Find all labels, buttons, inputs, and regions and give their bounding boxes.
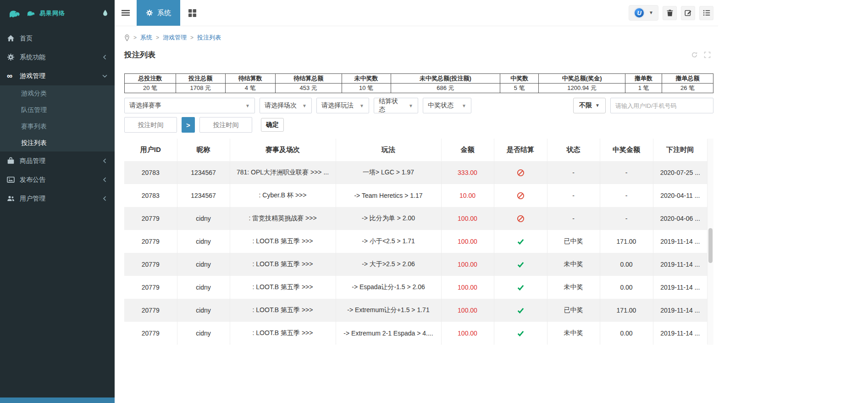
chevron-left-icon	[102, 196, 108, 202]
sidebar-item-game-management[interactable]: ∞游戏管理	[0, 67, 115, 85]
sidebar-subitem[interactable]: 赛事列表	[0, 118, 115, 135]
bet-time-to-input[interactable]	[199, 117, 252, 133]
event-select[interactable]: 请选择赛事 ▼	[124, 98, 255, 113]
bet-table-header-cell: 金额	[441, 139, 494, 161]
filter-bar: 请选择赛事 ▼ 请选择场次 ▼ 请选择玩法 ▼ 结算状态 ▼ 中奖状态 ▼ 不限…	[124, 98, 713, 113]
summary-value-cell: 20 笔	[125, 84, 176, 93]
table-row: 20779cidny: LOOT.B 第五季 >>>-> Extremum让分+…	[124, 299, 707, 322]
time-range-arrow-button[interactable]: >	[182, 117, 195, 133]
summary-header-cell: 总投注数	[125, 74, 176, 84]
topbar: 系统 U ▼	[115, 0, 718, 26]
confirm-button[interactable]: 确定	[261, 118, 284, 132]
cell-bet-time: 2019-11-14 ...	[653, 276, 707, 299]
cell-win-amount: 0.00	[600, 253, 653, 276]
bet-time-from-input[interactable]	[124, 117, 177, 133]
cell-user-id: 20779	[124, 276, 177, 299]
refresh-icon[interactable]	[691, 51, 698, 58]
cell-settled	[494, 207, 547, 230]
cell-nickname: cidny	[177, 207, 230, 230]
cell-user-id: 20779	[124, 299, 177, 322]
sidebar-item-user-management[interactable]: 用户管理	[0, 189, 115, 208]
table-scrollbar[interactable]	[707, 139, 713, 345]
scrollbar-thumb[interactable]	[708, 228, 713, 263]
sidebar-subitem[interactable]: 游戏分类	[0, 85, 115, 102]
table-row: 20779cidny: LOOT.B 第五季 >>>-> Espada让分-1.…	[124, 276, 707, 299]
cell-nickname: 1234567	[177, 184, 230, 207]
play-select[interactable]: 请选择玩法 ▼	[316, 98, 369, 113]
cell-play: -> Extremum让分+1.5 > 1.71	[336, 299, 441, 322]
breadcrumb-link-system[interactable]: 系统	[140, 34, 152, 42]
summary-header-cell: 未中奖数	[342, 74, 391, 84]
chevron-down-icon: ▼	[241, 103, 250, 108]
cell-event: : 雷竞技精英挑战赛 >>>	[230, 207, 336, 230]
cell-status: -	[547, 207, 600, 230]
edit-button[interactable]	[681, 6, 695, 20]
bet-table-body: 207831234567781: OPL大洋洲职业联赛 >>> ...一塔> L…	[124, 161, 707, 345]
sidebar-item-goods-management[interactable]: 商品管理	[0, 151, 115, 170]
sidebar-subitem[interactable]: 队伍管理	[0, 102, 115, 118]
cell-bet-time: 2020-04-11 ...	[653, 184, 707, 207]
control-sidebar-button[interactable]	[699, 6, 713, 20]
cell-play: -> Espada让分-1.5 > 2.06	[336, 276, 441, 299]
bet-table-header-cell: 中奖金额	[600, 139, 653, 161]
chevron-down-icon: ▼	[457, 103, 466, 108]
breadcrumb-link-bet-list[interactable]: 投注列表	[197, 34, 221, 42]
chevron-down-icon: ▼	[404, 103, 413, 108]
sidebar-toggle-button[interactable]	[115, 0, 137, 26]
chevron-down-icon	[102, 73, 108, 79]
table-row: 20779cidny: 雷竞技精英挑战赛 >>>-> 比分为单 > 2.0010…	[124, 207, 707, 230]
cell-amount: 100.00	[441, 299, 494, 322]
elephant-logo-icon	[6, 8, 22, 19]
breadcrumb-link-game-management[interactable]: 游戏管理	[163, 34, 187, 42]
chevron-down-icon: ▼	[595, 103, 600, 108]
cell-win-amount: 0.00	[600, 322, 653, 345]
match-select[interactable]: 请选择场次 ▼	[260, 98, 312, 113]
user-avatar-dropdown[interactable]: U ▼	[629, 5, 658, 21]
cell-settled	[494, 299, 547, 322]
cell-status: -	[547, 184, 600, 207]
edit-icon	[685, 9, 692, 17]
apps-grid-icon[interactable]	[188, 9, 197, 17]
fullscreen-icon[interactable]	[704, 51, 711, 58]
elephant-logo-icon	[25, 9, 36, 17]
brand-logo[interactable]: 易果网络	[0, 0, 115, 26]
summary-header-cell: 中奖数	[500, 74, 539, 84]
sidebar-item-home[interactable]: 首页	[0, 29, 115, 48]
cell-settled	[494, 322, 547, 345]
sidebar-item-label: 游戏管理	[20, 72, 45, 80]
cell-settled	[494, 230, 547, 253]
panel-tools	[691, 51, 711, 58]
brand-name: 易果网络	[39, 9, 65, 17]
cell-event: : Cyber.B 杯 >>>	[230, 184, 336, 207]
tab-system[interactable]: 系统	[137, 0, 180, 26]
user-search-input[interactable]	[610, 98, 713, 113]
summary-header-cell: 待结算总额	[275, 74, 342, 84]
cell-win-amount: 0.00	[600, 276, 653, 299]
cell-bet-time: 2019-11-14 ...	[653, 230, 707, 253]
main-content: > 系统 > 游戏管理 > 投注列表 投注列表 总投注数投注总额待结算数待结算总…	[115, 26, 718, 345]
cell-nickname: cidny	[177, 230, 230, 253]
table-row: 20779cidny: LOOT.B 第五季 >>>-> 大于>2.5 > 2.…	[124, 253, 707, 276]
cell-play: -> Extremum 2-1 Espada > 4....	[336, 322, 441, 345]
sidebar-item-announcements[interactable]: 发布公告	[0, 170, 115, 189]
cell-bet-time: 2019-11-14 ...	[653, 322, 707, 345]
sidebar-item-system-functions[interactable]: 系统功能	[0, 48, 115, 67]
win-status-select[interactable]: 中奖状态 ▼	[423, 98, 471, 113]
cell-play: 一塔> LGC > 1.97	[336, 161, 441, 184]
page-header: 投注列表	[124, 50, 713, 60]
cell-status: 已中奖	[547, 230, 600, 253]
summary-header-cell: 待结算数	[225, 74, 275, 84]
limit-dropdown-button[interactable]: 不限 ▼	[573, 98, 606, 113]
cell-bet-time: 2019-11-14 ...	[653, 299, 707, 322]
cell-win-amount: -	[600, 184, 653, 207]
summary-value-cell: 1 笔	[625, 84, 662, 93]
settle-status-select[interactable]: 结算状态 ▼	[374, 98, 418, 113]
cell-amount: 100.00	[441, 253, 494, 276]
sidebar-subitem[interactable]: 投注列表	[0, 135, 115, 151]
app-window: 易果网络 首页系统功能∞游戏管理游戏分类队伍管理赛事列表投注列表商品管理发布公告…	[0, 0, 718, 403]
sidebar-item-label: 用户管理	[20, 195, 45, 203]
cell-status: 未中奖	[547, 322, 600, 345]
trash-button[interactable]	[663, 6, 677, 20]
chevron-left-icon	[102, 158, 108, 164]
cell-settled	[494, 253, 547, 276]
